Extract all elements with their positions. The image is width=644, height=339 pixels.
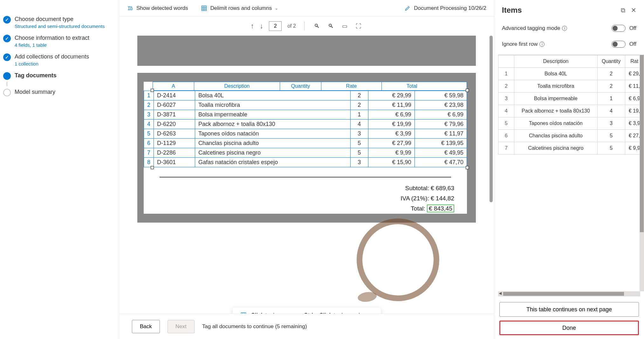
back-button[interactable]: Back <box>132 320 160 333</box>
cell-qty: 2 <box>350 91 368 100</box>
cell-rate: € 3,99 <box>368 129 414 139</box>
cell-rate: € 9,99 <box>368 148 414 158</box>
col-header[interactable]: Rate <box>321 82 382 90</box>
row-number[interactable]: 5 <box>144 129 154 139</box>
table-row[interactable]: 5D-6263Tapones oídos natación3€ 3,99€ 11… <box>144 129 467 139</box>
col-header[interactable] <box>498 55 514 68</box>
page-down-arrow-icon[interactable]: ↓ <box>260 22 263 30</box>
fit-width-icon[interactable]: ▭ <box>342 23 347 30</box>
table-row[interactable]: 7D-2286Calcetines piscina negro5€ 9,99€ … <box>144 148 467 158</box>
resize-handle[interactable] <box>466 166 469 169</box>
toggle-label: Ignore first row <box>502 41 538 47</box>
row-number[interactable]: 7 <box>144 148 154 158</box>
col-header[interactable]: Description <box>194 82 280 90</box>
main-area: Show detected words Delimit rows and col… <box>119 0 494 339</box>
table-row[interactable]: 4Pack albornoz + toalla 80x1304€ 19, <box>498 105 644 117</box>
nav-step-model-summary[interactable]: Model summary <box>3 86 113 99</box>
cell-description: Chanclas piscina adulto <box>514 130 598 142</box>
continues-next-page-button[interactable]: This table continues on next page <box>499 302 639 317</box>
label: Document Processing 10/26/2 <box>414 5 486 11</box>
resize-handle[interactable] <box>151 166 154 169</box>
cell-code: D-6220 <box>154 120 195 129</box>
nav-sub: Structured and semi-structured documents <box>15 24 113 29</box>
page-up-arrow-icon[interactable]: ↑ <box>250 22 254 30</box>
grid-icon <box>201 5 207 11</box>
col-header[interactable]: Quantity <box>597 55 625 68</box>
draw-hint: Click to draw rows or Ctrl + Click to dr… <box>232 308 380 314</box>
cell-qty: 5 <box>350 148 368 158</box>
toggle-label: Advanced tagging mode <box>502 25 560 31</box>
row-number[interactable]: 6 <box>144 139 154 148</box>
row-number[interactable]: 4 <box>144 120 154 129</box>
previous-page-edge <box>137 36 476 66</box>
cell-description: Toalla microfibra <box>514 80 598 93</box>
cell-description: Pack albornoz + toalla 80x130 <box>195 120 351 129</box>
advanced-tagging-toggle[interactable] <box>612 25 626 32</box>
zoom-in-icon[interactable]: 🔍︎ <box>328 23 334 30</box>
page-number-input[interactable] <box>269 21 282 31</box>
show-detected-words-button[interactable]: Show detected words <box>127 5 188 11</box>
fit-page-icon[interactable]: ⛶ <box>356 23 361 30</box>
delimit-rows-columns-button[interactable]: Delimit rows and columns ⌄ <box>201 5 278 11</box>
vertical-scrollbar[interactable] <box>640 55 644 291</box>
table-row[interactable]: 3Bolsa impermeable1€ 6,9 <box>498 93 644 105</box>
table-row[interactable]: 8D-3601Gafas natación cristales espejo3€… <box>144 158 467 167</box>
row-number[interactable]: 1 <box>144 91 154 100</box>
done-button[interactable]: Done <box>499 321 639 335</box>
vertical-scrollbar[interactable] <box>489 36 493 314</box>
table-row[interactable]: 6D-1129Chanclas piscina adulto5€ 27,99€ … <box>144 139 467 148</box>
cell-code: D-2414 <box>154 91 195 100</box>
resize-handle[interactable] <box>466 89 469 92</box>
horizontal-scrollbar[interactable] <box>498 291 640 296</box>
table-row[interactable]: 1D-2414Bolsa 40L2€ 29,99€ 59,98 <box>144 91 467 100</box>
footer-bar: Back Next Tag all documents to continue … <box>119 314 494 339</box>
popout-icon[interactable]: ⧉ <box>621 7 625 14</box>
cell-description: Gafas natación cristales espejo <box>195 158 351 167</box>
table-selection[interactable]: 1D-2414Bolsa 40L2€ 29,99€ 59,982D-6027To… <box>144 91 467 167</box>
document-name-button[interactable]: Document Processing 10/26/2 <box>404 5 486 11</box>
table-row[interactable]: 4D-6220Pack albornoz + toalla 80x1304€ 1… <box>144 120 467 129</box>
ignore-first-row-toggle[interactable] <box>612 41 626 48</box>
cell-description: Calcetines piscina negro <box>195 148 351 158</box>
items-table: DescriptionQuantityRat1Bolsa 40L2€ 29,2T… <box>498 55 644 155</box>
table-row[interactable]: 5Tapones oídos natación3€ 3,9 <box>498 117 644 130</box>
row-number: 1 <box>498 68 514 80</box>
nav-step-document-type[interactable]: Choose document type Structured and semi… <box>3 13 113 31</box>
nav-title: Tag documents <box>15 72 113 79</box>
text-icon <box>127 5 133 11</box>
next-button: Next <box>168 320 195 333</box>
close-icon[interactable]: ✕ <box>631 6 636 14</box>
info-icon[interactable]: i <box>562 26 567 31</box>
table-row[interactable]: 7Calcetines piscina negro5€ 9,9 <box>498 142 644 155</box>
row-number[interactable]: 3 <box>144 110 154 120</box>
col-header[interactable]: A <box>153 82 194 90</box>
table-row[interactable]: 3D-3871Bolsa impermeable1€ 6,99€ 6,99 <box>144 110 467 120</box>
cell-total: € 47,70 <box>414 158 467 167</box>
cell-qty: 5 <box>597 130 625 142</box>
cell-qty: 4 <box>597 105 625 117</box>
resize-handle[interactable] <box>151 89 154 92</box>
table-row[interactable]: 1Bolsa 40L2€ 29, <box>498 68 644 80</box>
nav-step-tag-documents[interactable]: Tag documents <box>3 69 113 82</box>
cell-qty: 4 <box>350 120 368 129</box>
svg-rect-1 <box>241 313 246 314</box>
col-header[interactable]: Quantity <box>280 82 321 90</box>
col-header[interactable]: Description <box>514 55 598 68</box>
table-row[interactable]: 6Chanclas piscina adulto5€ 27, <box>498 130 644 142</box>
nav-step-info-extract[interactable]: Choose information to extract 4 fields, … <box>3 31 113 50</box>
document-canvas[interactable]: A Description Quantity Rate Total 1D-241… <box>119 36 494 314</box>
vat-text: IVA (21%): € 144,82 <box>144 193 454 204</box>
zoom-out-icon[interactable]: 🔍︎ <box>314 23 320 30</box>
table-row[interactable]: 2D-6027Toalla microfibra2€ 11,99€ 23,98 <box>144 100 467 110</box>
cell-description: Bolsa 40L <box>195 91 351 100</box>
row-number[interactable]: 2 <box>144 100 154 110</box>
cell-code: D-3871 <box>154 110 195 120</box>
info-icon[interactable]: i <box>539 42 545 47</box>
table-row[interactable]: 2Toalla microfibra2€ 11, <box>498 80 644 93</box>
cell-qty: 1 <box>350 110 368 120</box>
nav-step-collections[interactable]: Add collections of documents 1 collectio… <box>3 50 113 69</box>
footer-message: Tag all documents to continue (5 remaini… <box>202 323 307 330</box>
col-header[interactable]: Total <box>382 82 442 90</box>
row-number[interactable]: 8 <box>144 158 154 167</box>
items-table-scroll[interactable]: DescriptionQuantityRat1Bolsa 40L2€ 29,2T… <box>498 55 644 291</box>
